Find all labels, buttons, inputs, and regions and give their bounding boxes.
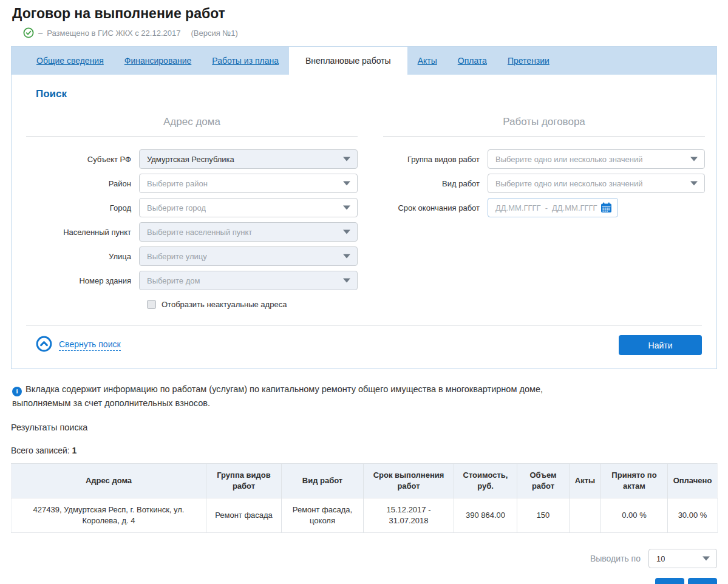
total-records-label: Всего записей:	[11, 446, 70, 455]
tab-general[interactable]: Общие сведения	[26, 47, 114, 75]
collapse-search-link[interactable]: Свернуть поиск	[36, 336, 121, 355]
subject-rf-label: Субъект РФ	[26, 155, 139, 164]
address-section-title: Адрес дома	[26, 116, 358, 137]
city-label: Город	[26, 203, 139, 212]
address-section: Адрес дома Субъект РФ Удмуртская Республ…	[26, 116, 358, 309]
status-row: – Размещено в ГИС ЖКХ с 22.12.2017 (Верс…	[23, 27, 717, 38]
work-group-placeholder: Выберите одно или несколько значений	[495, 155, 642, 164]
cell-acts	[570, 498, 601, 532]
date-from-placeholder: ДД.ММ.ГГГГ	[495, 203, 541, 212]
chevron-down-icon	[343, 157, 350, 161]
cell-volume: 150	[517, 498, 570, 532]
page-size-row: Выводить по 10	[11, 549, 717, 568]
chevron-down-icon	[343, 206, 350, 210]
tab-plan-works[interactable]: Работы из плана	[202, 47, 289, 75]
info-note-text: Вкладка содержит информацию по работам (…	[12, 384, 543, 408]
page-size-select[interactable]: 10	[648, 549, 717, 568]
end-date-label: Срок окончания работ	[383, 203, 488, 212]
work-type-label: Вид работ	[383, 179, 488, 188]
tab-financing[interactable]: Финансирование	[114, 47, 202, 75]
page: Договор на выполнение работ – Размещено …	[0, 0, 728, 584]
end-date-range-input[interactable]: ДД.ММ.ГГГГ - ДД.ММ.ГГГГ	[488, 198, 618, 217]
work-group-label: Группа видов работ	[383, 155, 488, 164]
cell-cost: 390 864.00	[454, 498, 517, 532]
collapse-search-label: Свернуть поиск	[59, 339, 121, 351]
prev-page-button[interactable]: <<	[655, 578, 684, 584]
subject-rf-value: Удмуртская Республика	[147, 155, 234, 164]
date-to-placeholder: ДД.ММ.ГГГГ	[552, 203, 597, 212]
col-header-volume: Объем работ	[517, 463, 570, 498]
works-section: Работы договора Группа видов работ Выбер…	[383, 116, 705, 309]
tab-acts[interactable]: Акты	[407, 47, 447, 75]
check-circle-icon	[23, 27, 34, 38]
cell-work-type: Ремонт фасада, цоколя	[282, 498, 364, 532]
building-number-placeholder: Выберите дом	[147, 276, 200, 285]
col-header-accepted: Принято по актам	[601, 463, 668, 498]
work-type-select[interactable]: Выберите одно или несколько значений	[488, 174, 705, 193]
outdated-addresses-checkbox[interactable]	[147, 300, 156, 309]
table-header-row: Адрес дома Группа видов работ Вид работ …	[12, 463, 718, 498]
settlement-label: Населенный пункт	[26, 228, 139, 237]
results-table: Адрес дома Группа видов работ Вид работ …	[11, 463, 718, 533]
tab-unplanned-works[interactable]: Внеплановые работы	[289, 47, 407, 75]
tab-payment[interactable]: Оплата	[447, 47, 497, 75]
district-select[interactable]: Выберите район	[139, 174, 358, 193]
cell-address: 427439, Удмуртская Респ, г. Воткинск, ул…	[12, 498, 206, 532]
page-title: Договор на выполнение работ	[11, 0, 717, 22]
search-title: Поиск	[36, 88, 702, 100]
works-section-title: Работы договора	[383, 116, 705, 137]
outdated-addresses-row: Отобразить неактуальные адреса	[147, 300, 358, 309]
city-placeholder: Выберите город	[147, 203, 206, 212]
next-page-button[interactable]: >>	[688, 578, 717, 584]
total-records-row: Всего записей: 1	[11, 446, 717, 455]
building-number-label: Номер здания	[26, 276, 139, 285]
col-header-acts: Акты	[570, 463, 601, 498]
collapse-circle-icon	[36, 336, 52, 355]
chevron-down-icon	[343, 182, 350, 186]
work-group-select[interactable]: Выберите одно или несколько значений	[488, 149, 705, 169]
status-text: Размещено в ГИС ЖКХ с 22.12.2017	[47, 29, 180, 38]
calendar-icon[interactable]	[600, 202, 612, 213]
contract-panel: Общие сведения Финансирование Работы из …	[11, 46, 717, 369]
status-dash: –	[38, 29, 43, 38]
status-version: (Версия №1)	[191, 29, 237, 38]
settlement-placeholder: Выберите населенный пункт	[147, 228, 252, 237]
tabbar: Общие сведения Финансирование Работы из …	[12, 47, 716, 75]
chevron-down-icon	[343, 230, 350, 234]
col-header-cost: Стоимость, руб.	[454, 463, 517, 498]
find-button[interactable]: Найти	[619, 335, 702, 355]
total-records-value: 1	[72, 446, 77, 455]
district-label: Район	[26, 179, 139, 188]
page-size-label: Выводить по	[590, 554, 641, 563]
subject-rf-select[interactable]: Удмуртская Республика	[139, 149, 358, 169]
pagination-row: << >>	[11, 578, 717, 584]
col-header-paid: Оплачено	[668, 463, 718, 498]
table-row: 427439, Удмуртская Респ, г. Воткинск, ул…	[12, 498, 718, 532]
settlement-select[interactable]: Выберите населенный пункт	[139, 222, 358, 242]
chevron-down-icon	[343, 279, 350, 283]
city-select[interactable]: Выберите город	[139, 198, 358, 217]
work-type-placeholder: Выберите одно или несколько значений	[495, 179, 642, 188]
cell-accepted: 0.00 %	[601, 498, 668, 532]
building-number-select[interactable]: Выберите дом	[139, 271, 358, 290]
district-placeholder: Выберите район	[147, 179, 208, 188]
tab-claims[interactable]: Претензии	[497, 47, 560, 75]
cell-work-group: Ремонт фасада	[206, 498, 282, 532]
col-header-work-type: Вид работ	[282, 463, 364, 498]
outdated-addresses-label: Отобразить неактуальные адреса	[162, 300, 287, 309]
col-header-address: Адрес дома	[12, 463, 206, 498]
street-select[interactable]: Выберите улицу	[139, 246, 358, 266]
page-size-value: 10	[656, 554, 665, 563]
chevron-down-icon	[702, 557, 710, 561]
street-label: Улица	[26, 252, 139, 261]
chevron-down-icon	[343, 254, 350, 259]
cell-work-period: 15.12.2017 - 31.07.2018	[364, 498, 454, 532]
chevron-down-icon	[690, 182, 698, 186]
cell-paid: 30.00 %	[668, 498, 718, 532]
col-header-work-period: Срок выполнения работ	[364, 463, 454, 498]
search-panel-body: Поиск Адрес дома Субъект РФ Удмуртская Р…	[12, 75, 716, 368]
street-placeholder: Выберите улицу	[147, 252, 207, 261]
date-separator: -	[545, 203, 548, 212]
info-icon: i	[12, 387, 22, 396]
results-title: Результаты поиска	[11, 423, 717, 432]
